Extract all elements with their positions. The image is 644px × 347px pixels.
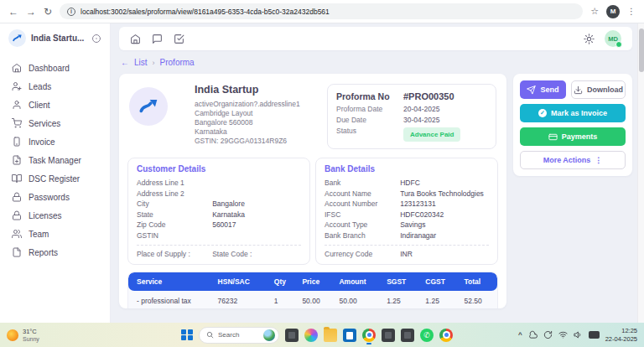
back-arrow-icon[interactable]: ← (121, 58, 129, 67)
detail-value: Savings (400, 220, 425, 230)
sidebar-item[interactable]: Team (0, 225, 110, 243)
sync-icon[interactable] (543, 330, 553, 339)
sidebar-item-icon (12, 155, 22, 165)
chrome-profile2-icon[interactable] (439, 329, 453, 342)
company-address-line: Karnataka (195, 127, 300, 137)
browser-toolbar: ← → ↻ i localhost:3002/sales/proforma/vi… (0, 0, 644, 23)
detail-label: Account Number (325, 199, 400, 210)
customer-detail-row: City Bangalore (137, 199, 301, 210)
tasks-check-icon[interactable] (174, 34, 184, 44)
sidebar-collapse-icon[interactable] (91, 34, 101, 44)
user-avatar[interactable]: MD (605, 30, 621, 47)
start-button-icon[interactable] (181, 329, 193, 341)
copilot-icon[interactable] (304, 329, 318, 342)
main-area: MD ← List › Proforma India Startup activ… (111, 23, 644, 323)
sidebar-item-icon (12, 210, 22, 220)
proforma-document-card: India Startup activeOrganization?.addres… (119, 74, 506, 308)
address-bar[interactable]: i localhost:3002/sales/proforma/view/816… (60, 3, 583, 19)
onedrive-cloud-icon[interactable] (528, 330, 538, 339)
payments-button[interactable]: Payments (520, 127, 626, 146)
detail-value: Bangalore (212, 199, 245, 210)
sidebar-item[interactable]: Dashboard (0, 59, 110, 77)
sidebar-nav: Dashboard Leads Client Services (0, 52, 110, 262)
sidebar-item[interactable]: Invoice (0, 132, 110, 151)
clock-time: 12:25 (605, 327, 637, 335)
microsoft-store-icon[interactable] (343, 329, 356, 342)
sidebar-item[interactable]: Leads (0, 77, 110, 96)
sidebar-item-label: Licenses (29, 211, 61, 220)
sidebar-item[interactable]: Task Manager (0, 151, 110, 169)
chat-icon[interactable] (152, 34, 163, 44)
app-window: India Startu... Dashboard Leads Client (0, 23, 644, 323)
bank-detail-row: Account Name Tura Books Technolodgies (325, 189, 489, 199)
taskbar-weather-widget[interactable]: 31°C Sunny (7, 328, 39, 343)
browser-menu-icon[interactable]: ⋮ (627, 7, 636, 16)
tray-expand-icon[interactable]: ^ (518, 331, 522, 339)
detail-label: Zip Code (137, 220, 212, 230)
download-icon (574, 85, 583, 95)
media-app-icon[interactable] (401, 329, 414, 342)
notepad-app-icon[interactable] (382, 329, 395, 342)
volume-icon[interactable] (574, 330, 583, 339)
sidebar-item[interactable]: Passwords (0, 188, 110, 206)
task-view-icon[interactable] (285, 329, 299, 342)
company-address: activeOrganization?.addressline1Cambridg… (195, 100, 300, 146)
theme-toggle-icon[interactable] (584, 34, 595, 44)
status-label: Status (336, 126, 403, 142)
sidebar-brand[interactable]: India Startu... (0, 23, 110, 52)
page-scrollbar[interactable] (637, 23, 644, 323)
customer-detail-row: State Karnataka (137, 210, 301, 220)
sidebar-item[interactable]: Licenses (0, 206, 110, 225)
cell-total: 52.50 (465, 297, 489, 308)
whatsapp-icon[interactable]: ✆ (420, 329, 434, 342)
browser-profile-avatar[interactable]: M (606, 5, 620, 18)
detail-label: Bank Branch (325, 230, 400, 241)
cell-price: 50.00 (302, 297, 339, 308)
url-text[interactable]: localhost:3002/sales/proforma/view/8161a… (80, 8, 330, 16)
sidebar-item-icon (12, 192, 22, 202)
detail-label: GSTIN (137, 230, 212, 241)
more-actions-button[interactable]: More Actions ⋮ (520, 151, 626, 169)
search-icon (206, 331, 214, 339)
send-button[interactable]: Send (520, 80, 566, 99)
browser-back-icon[interactable]: ← (8, 7, 18, 17)
due-date-value: 30-04-2025 (403, 115, 439, 126)
breadcrumb-list-link[interactable]: List (134, 58, 148, 67)
download-button[interactable]: Download (571, 80, 626, 99)
customer-detail-row: Address Line 2 (137, 189, 301, 199)
sidebar-item-icon (12, 137, 22, 147)
sidebar-item[interactable]: Client (0, 96, 110, 114)
site-info-icon[interactable]: i (67, 8, 75, 16)
customer-details-box: Customer Details Address Line 1 Addres (127, 158, 310, 265)
detail-value: Karnataka (212, 210, 245, 220)
detail-label: Address Line 1 (137, 178, 212, 189)
sidebar-item[interactable]: Reports (0, 243, 110, 262)
sidebar-item[interactable]: DSC Register (0, 169, 110, 188)
bookmark-star-icon[interactable]: ☆ (590, 6, 599, 17)
bank-detail-row: Bank HDFC (325, 178, 489, 189)
taskbar: 31°C Sunny Search ✆ ^ 12:25 22-04-2025 (0, 323, 644, 347)
breadcrumb: ← List › Proforma (121, 58, 631, 67)
proforma-no-label: Proforma No (336, 91, 403, 101)
home-icon[interactable] (130, 34, 141, 44)
proforma-no-value: #PRO00350 (403, 91, 454, 101)
taskbar-search[interactable]: Search (199, 327, 279, 344)
sidebar-item-label: Task Manager (29, 156, 81, 165)
taskbar-clock[interactable]: 12:25 22-04-2025 (605, 327, 637, 343)
browser-reload-icon[interactable]: ↻ (44, 7, 52, 17)
vertical-dots-icon: ⋮ (595, 156, 602, 164)
col-sgst: SGST (387, 277, 425, 286)
sidebar-item-icon (12, 81, 22, 91)
sidebar-item[interactable]: Services (0, 114, 110, 132)
tray-app-icon[interactable] (589, 331, 600, 339)
clock-date: 22-04-2025 (605, 335, 637, 344)
search-placeholder: Search (218, 331, 259, 339)
bank-detail-row: Account Number 123123131 (325, 199, 489, 210)
wifi-icon[interactable] (558, 330, 568, 339)
table-row: - professional tax 76232 1 50.00 50.00 1… (128, 291, 497, 308)
chrome-icon[interactable] (362, 329, 376, 342)
mark-as-invoice-button[interactable]: ✓ Mark as Invoice (520, 104, 626, 122)
scrollbar-thumb[interactable] (639, 28, 644, 72)
file-explorer-icon[interactable] (324, 329, 337, 342)
browser-forward-icon[interactable]: → (26, 7, 36, 17)
